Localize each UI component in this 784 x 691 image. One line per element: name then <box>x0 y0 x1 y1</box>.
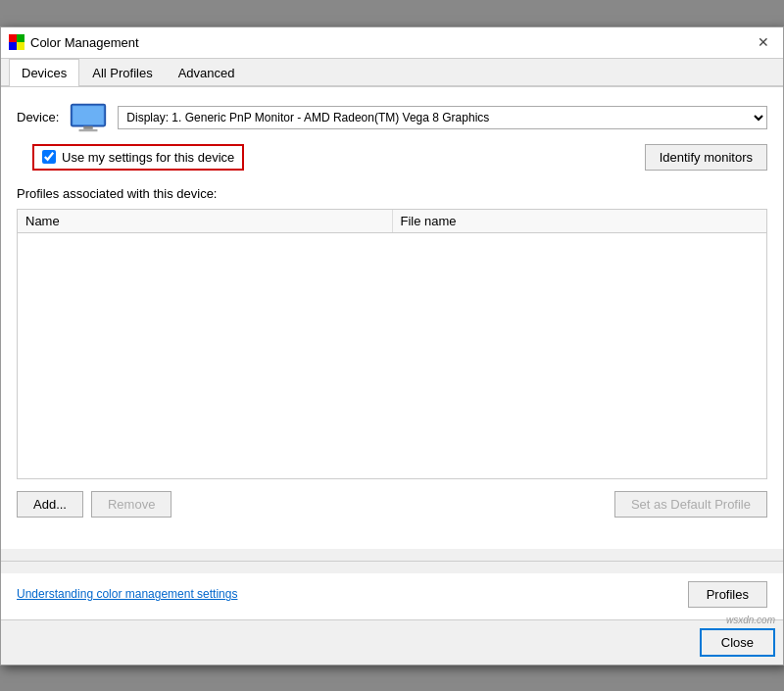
color-management-icon <box>9 34 24 50</box>
svg-rect-0 <box>9 34 17 42</box>
profiles-table-header: Name File name <box>18 210 766 233</box>
close-button[interactable]: Close <box>700 628 775 657</box>
title-bar: Color Management ✕ <box>1 27 783 59</box>
watermark: wsxdn.com <box>726 615 775 625</box>
svg-rect-3 <box>17 42 24 50</box>
tab-all-profiles[interactable]: All Profiles <box>79 59 165 86</box>
tab-advanced[interactable]: Advanced <box>166 59 248 86</box>
window-close-button[interactable]: ✕ <box>752 30 775 54</box>
monitor-icon <box>69 103 108 132</box>
title-bar-left: Color Management <box>9 34 139 50</box>
device-label: Device: <box>17 110 59 124</box>
svg-rect-7 <box>79 128 98 130</box>
remove-button[interactable]: Remove <box>91 491 172 518</box>
checkbox-row: Use my settings for this device Identify… <box>32 144 767 171</box>
use-settings-checkbox-container: Use my settings for this device <box>32 144 244 171</box>
help-link[interactable]: Understanding color management settings <box>17 587 237 601</box>
set-default-profile-button[interactable]: Set as Default Profile <box>614 491 767 518</box>
identify-monitors-button[interactable]: Identify monitors <box>645 144 767 171</box>
column-name-header: Name <box>18 210 393 232</box>
tab-devices[interactable]: Devices <box>9 59 79 86</box>
svg-rect-1 <box>17 34 24 42</box>
profiles-table-body <box>18 233 766 478</box>
bottom-bar: Close <box>1 619 783 665</box>
device-row: Device: Display: 1. Generic PnP Monitor … <box>17 103 767 132</box>
profiles-associated-label: Profiles associated with this device: <box>17 186 767 201</box>
tab-bar: Devices All Profiles Advanced <box>1 59 783 86</box>
column-filename-header: File name <box>393 210 767 232</box>
action-buttons-row: Add... Remove Set as Default Profile <box>17 491 767 518</box>
profiles-table-area: Name File name <box>17 209 767 479</box>
use-settings-label: Use my settings for this device <box>62 150 234 165</box>
device-select[interactable]: Display: 1. Generic PnP Monitor - AMD Ra… <box>118 106 767 129</box>
svg-rect-2 <box>9 42 17 50</box>
window-title: Color Management <box>30 35 139 50</box>
profiles-button[interactable]: Profiles <box>688 581 767 608</box>
color-management-window: Color Management ✕ Devices All Profiles … <box>0 26 784 666</box>
add-button[interactable]: Add... <box>17 491 83 518</box>
svg-rect-5 <box>74 106 105 124</box>
svg-rect-6 <box>84 125 93 128</box>
use-settings-checkbox[interactable] <box>42 150 56 164</box>
footer: Understanding color management settings … <box>1 573 783 619</box>
footer-divider <box>1 561 783 562</box>
tab-content-devices: Device: Display: 1. Generic PnP Monitor … <box>1 86 783 549</box>
